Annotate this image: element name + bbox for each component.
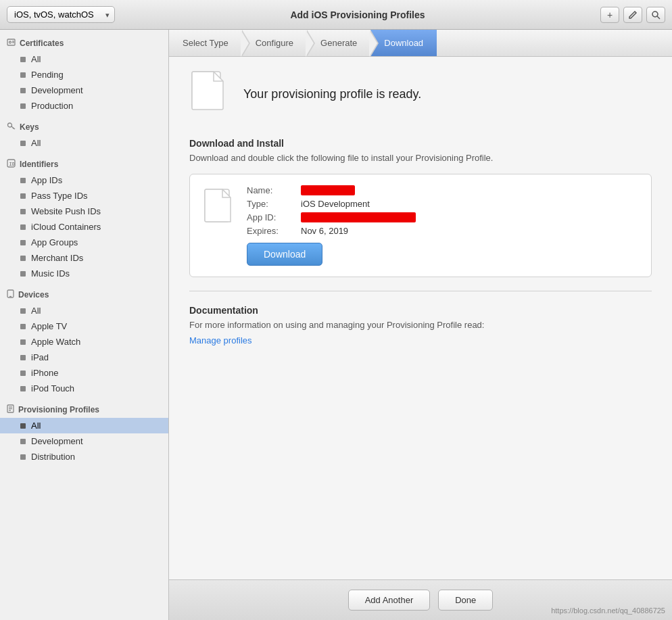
sidebar-item-cert-production[interactable]: Production <box>0 98 168 114</box>
wizard-step-configure[interactable]: Configure <box>242 30 307 56</box>
sidebar-item-music-ids[interactable]: Music IDs <box>0 266 168 281</box>
wizard-step-generate[interactable]: Generate <box>307 30 370 56</box>
sidebar-item-cert-pending[interactable]: Pending <box>0 67 168 82</box>
profile-expires-row: Expires: Nov 6, 2019 <box>247 226 638 236</box>
platform-select[interactable]: iOS, tvOS, watchOS <box>7 6 115 23</box>
dot-icon <box>20 386 26 391</box>
sidebar-item-provisioning-development[interactable]: Development <box>0 433 168 449</box>
sidebar-item-ipad[interactable]: iPad <box>0 350 168 365</box>
dot-icon <box>20 355 26 360</box>
download-section-title: Download and Install <box>189 138 652 149</box>
profile-name-row: Name: <box>247 185 638 195</box>
sidebar-item-provisioning-distribution[interactable]: Distribution <box>0 449 168 464</box>
sidebar-item-ipod-touch[interactable]: iPod Touch <box>0 381 168 396</box>
sidebar-item-app-ids-label: App IDs <box>31 175 62 185</box>
provisioning-header: Provisioning Profiles <box>0 402 168 418</box>
dot-icon <box>20 178 26 183</box>
sidebar-item-pass-type-ids[interactable]: Pass Type IDs <box>0 188 168 204</box>
profile-icon <box>7 404 14 415</box>
sidebar-item-devices-all[interactable]: All <box>0 303 168 318</box>
done-button[interactable]: Done <box>438 590 493 611</box>
dot-icon <box>20 88 26 93</box>
profile-appid-row: App ID: <box>247 212 638 222</box>
dot-icon <box>20 103 26 109</box>
platform-select-wrap[interactable]: iOS, tvOS, watchOS <box>7 6 115 23</box>
download-install-section: Download and Install Download and double… <box>189 138 652 277</box>
dot-icon <box>20 57 26 62</box>
svg-line-8 <box>13 128 14 129</box>
sidebar-item-app-ids[interactable]: App IDs <box>0 172 168 188</box>
add-button[interactable]: + <box>600 7 619 23</box>
sidebar-item-provisioning-distribution-label: Distribution <box>31 452 75 462</box>
sidebar-item-ipad-label: iPad <box>31 352 49 362</box>
sidebar-item-iphone[interactable]: iPhone <box>0 365 168 381</box>
footer-url: https://blog.csdn.net/qq_40886725 <box>551 606 665 615</box>
manage-profiles-link[interactable]: Manage profiles <box>189 335 252 345</box>
devices-icon <box>7 289 14 300</box>
download-button[interactable]: Download <box>247 243 322 266</box>
sidebar-item-provisioning-all-label: All <box>31 421 41 431</box>
titlebar-actions: + <box>600 7 665 23</box>
wizard-step-select-type[interactable]: Select Type <box>169 30 242 56</box>
sidebar-item-app-groups[interactable]: App Groups <box>0 235 168 250</box>
sidebar-item-icloud-containers[interactable]: iCloud Containers <box>0 219 168 235</box>
sidebar-item-merchant-ids-label: Merchant IDs <box>31 253 83 263</box>
dot-icon <box>20 308 26 314</box>
key-icon <box>7 122 16 133</box>
dot-icon <box>20 423 26 429</box>
footer: Add Another Done https://blog.csdn.net/q… <box>169 579 672 620</box>
profile-details: Name: Type: iOS Development App ID: <box>247 185 638 266</box>
dot-icon <box>20 454 26 460</box>
sidebar-item-pass-type-ids-label: Pass Type IDs <box>31 191 88 201</box>
sidebar-item-apple-watch[interactable]: Apple Watch <box>0 334 168 350</box>
svg-point-6 <box>8 123 12 127</box>
titlebar-left: iOS, tvOS, watchOS <box>7 6 115 23</box>
type-label: Type: <box>247 199 301 209</box>
sidebar-item-keys-all[interactable]: All <box>0 135 168 151</box>
devices-header: Devices <box>0 287 168 303</box>
sidebar-item-apple-tv[interactable]: Apple TV <box>0 318 168 334</box>
content-area: Select Type Configure Generate Download <box>169 30 672 620</box>
main-layout: Certificates All Pending Development Pro… <box>0 30 672 620</box>
identifiers-label: Identifiers <box>20 160 58 169</box>
doc-desc: For more information on using and managi… <box>189 320 652 330</box>
svg-point-3 <box>9 41 11 43</box>
window-title: Add iOS Provisioning Profiles <box>115 9 600 20</box>
main-content: Your provisioning profile is ready. Down… <box>169 57 672 579</box>
app-id-value <box>301 212 416 222</box>
sidebar-section-keys: Keys All <box>0 119 168 151</box>
sidebar-item-website-push-ids-label: Website Push IDs <box>31 206 101 216</box>
provisioning-label: Provisioning Profiles <box>18 405 99 414</box>
certificates-header: Certificates <box>0 35 168 51</box>
dot-icon <box>20 141 26 146</box>
file-icon-large <box>189 70 230 118</box>
svg-line-1 <box>657 16 660 19</box>
expires-label: Expires: <box>247 226 301 236</box>
sidebar-item-cert-development-label: Development <box>31 85 83 95</box>
identifiers-header: ID Identifiers <box>0 156 168 172</box>
add-another-button[interactable]: Add Another <box>348 590 431 611</box>
ready-section: Your provisioning profile is ready. <box>189 70 652 118</box>
certificates-label: Certificates <box>20 39 64 48</box>
sidebar-item-cert-all[interactable]: All <box>0 51 168 67</box>
sidebar-item-iphone-label: iPhone <box>31 368 58 378</box>
sidebar-item-provisioning-all[interactable]: All <box>0 418 168 433</box>
sidebar-item-website-push-ids[interactable]: Website Push IDs <box>0 204 168 219</box>
type-value: iOS Development <box>301 199 370 209</box>
search-button[interactable] <box>646 7 665 23</box>
name-value <box>301 185 355 195</box>
documentation-section: Documentation For more information on us… <box>189 305 652 345</box>
wizard-step-download[interactable]: Download <box>370 30 437 56</box>
dot-icon <box>20 256 26 261</box>
profile-type-row: Type: iOS Development <box>247 199 638 209</box>
sidebar-item-app-groups-label: App Groups <box>31 237 78 247</box>
expires-value: Nov 6, 2019 <box>301 226 348 236</box>
sidebar-item-merchant-ids[interactable]: Merchant IDs <box>0 250 168 266</box>
edit-button[interactable] <box>623 7 642 23</box>
sidebar-item-keys-all-label: All <box>31 138 41 148</box>
dot-icon <box>20 339 26 345</box>
sidebar-section-certificates: Certificates All Pending Development Pro… <box>0 35 168 114</box>
sidebar-item-apple-tv-label: Apple TV <box>31 321 67 331</box>
sidebar-item-cert-development[interactable]: Development <box>0 82 168 98</box>
file-icon-medium <box>203 188 233 223</box>
